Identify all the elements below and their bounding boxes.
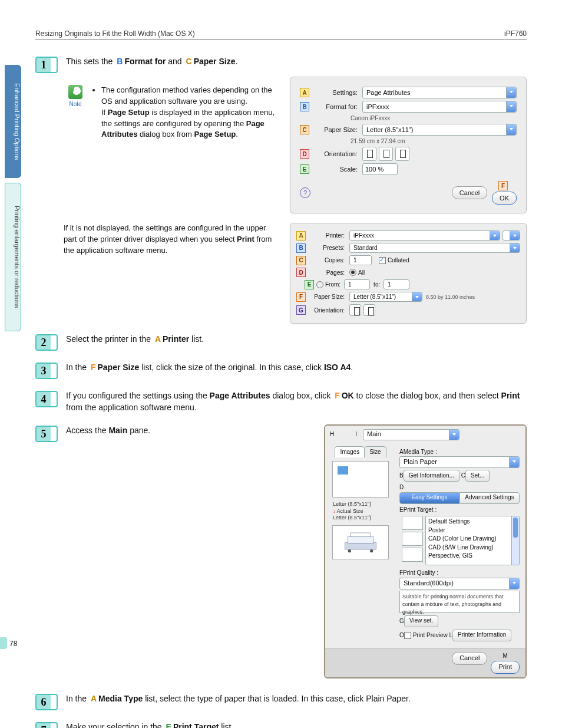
page-number: 78 [9, 640, 17, 648]
presets-dropdown[interactable]: Standard [349, 243, 520, 253]
step-1-text: This sets the BFormat for and CPaper Siz… [66, 55, 527, 67]
svg-rect-1 [348, 536, 373, 543]
note-icon [68, 85, 82, 99]
print-target-list[interactable]: Default Settings Poster CAD (Color Line … [425, 516, 520, 565]
marker-B-icon: B [300, 102, 309, 111]
printer-information-button[interactable]: Printer Information [452, 630, 511, 641]
ok-button[interactable]: OK [492, 192, 517, 205]
thumb-info: Letter (8.5"x11") ↓ Actual Size Letter (… [333, 501, 388, 522]
from-input[interactable]: 1 [344, 279, 370, 289]
to-input[interactable]: 1 [384, 279, 409, 289]
marker-B: B [116, 55, 123, 67]
papersize2-dropdown[interactable]: Letter (8.5"x11") [349, 292, 422, 302]
header-right: iPF760 [504, 29, 527, 38]
marker-A-icon: A [300, 88, 309, 97]
marker-C-icon: C [300, 125, 309, 134]
note-body: The configuration method varies dependin… [93, 85, 276, 140]
header-left: Resizing Originals to Fit the Roll Width… [35, 29, 195, 38]
page-thumbnail [332, 461, 389, 498]
target-thumb-2 [402, 532, 423, 546]
step-5-text: Access the Main pane. [66, 424, 278, 679]
pane-select[interactable]: Main [363, 429, 459, 440]
step-number-3: 3 [35, 363, 58, 379]
orientation-landscape[interactable] [379, 147, 393, 161]
mainpane-print[interactable]: Print [491, 661, 520, 674]
step-4-text: If you configured the settings using the… [66, 390, 527, 414]
collated-check[interactable] [379, 257, 386, 264]
scale-input[interactable]: 100 % [362, 163, 398, 175]
pages-all-radio[interactable] [349, 269, 356, 276]
sidebar-tab-enhanced[interactable]: Enhanced Printing Options [5, 65, 21, 178]
svg-point-4 [370, 549, 373, 552]
format-for-dropdown[interactable]: iPFxxxx [362, 101, 517, 113]
note-label: Note [69, 100, 81, 109]
get-information-button[interactable]: Get Information... [404, 470, 459, 482]
sidebar-tab-enlargements[interactable]: Printing enlargements or reductions [5, 183, 21, 331]
set-button[interactable]: Set... [465, 470, 490, 482]
orientation-portrait[interactable] [362, 147, 376, 161]
settings-dropdown[interactable]: Page Attributes [362, 87, 517, 98]
running-header: Resizing Originals to Fit the Roll Width… [35, 29, 527, 40]
marker-D-icon: D [300, 149, 309, 159]
orientation-reverse[interactable] [395, 147, 409, 161]
advanced-settings-tab[interactable]: Advanced Settings [459, 492, 520, 504]
printer-graphic [332, 525, 389, 559]
marker-C: C [186, 55, 193, 67]
step-number-7: 7 [35, 722, 58, 728]
pages-from-radio[interactable] [316, 281, 323, 288]
figure-print-dialog: APrinter:iPFxxxx BPresets:Standard CCopi… [290, 223, 527, 324]
print-preview-check[interactable] [404, 632, 411, 639]
step-number-4: 4 [35, 391, 58, 407]
step-2-text: Select the printer in the APrinter list. [66, 333, 527, 345]
printer-dropdown[interactable]: iPFxxxx [349, 230, 500, 241]
step-number-5: 5 [35, 426, 58, 442]
step-number-6: 6 [35, 694, 58, 710]
svg-rect-2 [351, 533, 371, 537]
print-quality-dropdown[interactable]: Standard(600dpi) [399, 578, 520, 589]
tab-images[interactable]: Images [335, 446, 365, 458]
step-number-2: 2 [35, 334, 58, 351]
mid-paragraph: If it is not displayed, the settings are… [64, 223, 290, 256]
view-set-button[interactable]: View set. [404, 615, 438, 627]
mainpane-cancel[interactable]: Cancel [452, 652, 487, 665]
step-6-text: In the AMedia Type list, select the type… [66, 693, 527, 704]
easy-settings-tab[interactable]: Easy Settings [399, 492, 459, 504]
copies-input[interactable]: 1 [349, 255, 372, 265]
quality-hint: Suitable for printing normal documents t… [399, 591, 520, 613]
cancel-button[interactable]: Cancel [452, 186, 487, 199]
marker-F-icon: F [498, 181, 508, 190]
svg-point-3 [348, 549, 351, 552]
step-7-text: Make your selection in the EPrint Target… [66, 721, 527, 728]
step-3-text: In the FPaper Size list, click the size … [66, 361, 527, 373]
list-scrollbar[interactable] [511, 516, 519, 565]
tab-size[interactable]: Size [364, 446, 386, 458]
figure-main-pane: H I Main Images Size [324, 424, 527, 679]
target-thumb-3 [402, 548, 423, 562]
target-thumb-1 [402, 516, 423, 530]
paper-size-dropdown[interactable]: Letter (8.5"x11") [362, 124, 517, 136]
help-icon[interactable]: ? [300, 187, 310, 198]
orient2-landscape[interactable] [363, 304, 375, 316]
orient2-portrait[interactable] [349, 304, 361, 316]
printer-expand[interactable] [503, 230, 520, 241]
marker-E-icon: E [300, 164, 309, 174]
step-number-1: 1 [35, 57, 58, 73]
figure-page-attributes: ASettings:Page Attributes BFormat for:iP… [290, 77, 527, 213]
svg-rect-0 [345, 542, 376, 549]
media-type-dropdown[interactable]: Plain Paper [399, 456, 520, 468]
